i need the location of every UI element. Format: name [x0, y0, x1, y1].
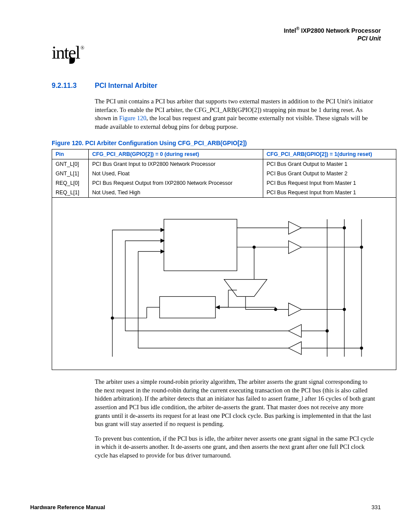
- arbiter-diagram: [52, 198, 396, 370]
- header-subtitle: PCI Unit: [30, 34, 381, 42]
- section-title: PCI Internal Arbiter: [95, 82, 157, 90]
- th-pin: Pin: [52, 149, 89, 159]
- svg-point-22: [343, 227, 346, 229]
- figure-caption: Figure 120. PCI Arbiter Configuration Us…: [52, 140, 381, 146]
- svg-point-24: [343, 308, 346, 311]
- svg-point-10: [253, 246, 255, 249]
- circuit-diagram-svg: [87, 206, 383, 361]
- section-heading: 9.2.11.3 PCI Internal Arbiter: [30, 82, 381, 90]
- header-product: IXP2800 Network Processor: [299, 27, 381, 34]
- table-row: REQ_L[0] PCI Bus Request Output from IXP…: [52, 178, 396, 188]
- section-number: 9.2.11.3: [52, 82, 95, 90]
- page-number: 331: [371, 504, 381, 510]
- svg-point-43: [111, 317, 114, 320]
- svg-rect-0: [164, 219, 237, 271]
- header-reg: ®: [296, 26, 299, 31]
- svg-point-23: [360, 246, 363, 249]
- svg-marker-15: [215, 305, 220, 310]
- table-row: REQ_L[1] Not Used, Tied High PCI Bus Req…: [52, 188, 396, 198]
- page-header: Intel® IXP2800 Network Processor PCI Uni…: [30, 26, 381, 42]
- page-footer: Hardware Reference Manual 331: [30, 504, 381, 510]
- table-row: GNT_L[0] PCI Bus Grant Input to IXP2800 …: [52, 159, 396, 169]
- intel-logo: intel®: [52, 42, 83, 63]
- header-brand: Intel: [284, 27, 296, 34]
- th-cfg0: CFG_PCI_ARB(GPIO[2]) = 0 (during reset): [88, 149, 263, 159]
- paragraph-2: The arbiter uses a simple round-robin pr…: [95, 378, 377, 428]
- svg-rect-1: [160, 297, 216, 318]
- th-cfg1: CFG_PCI_ARB(GPIO[2]) = 1(during reset): [263, 149, 396, 159]
- table-row: GNT_L[1] Not Used, Float PCI Bus Grant O…: [52, 169, 396, 178]
- figure-link[interactable]: Figure 120: [119, 115, 146, 121]
- paragraph-3: To prevent bus contention, if the PCI bu…: [95, 435, 377, 460]
- paragraph-1: The PCI unit contains a PCI bus arbiter …: [95, 97, 377, 131]
- pin-table: Pin CFG_PCI_ARB(GPIO[2]) = 0 (during res…: [52, 149, 396, 198]
- footer-title: Hardware Reference Manual: [30, 504, 105, 510]
